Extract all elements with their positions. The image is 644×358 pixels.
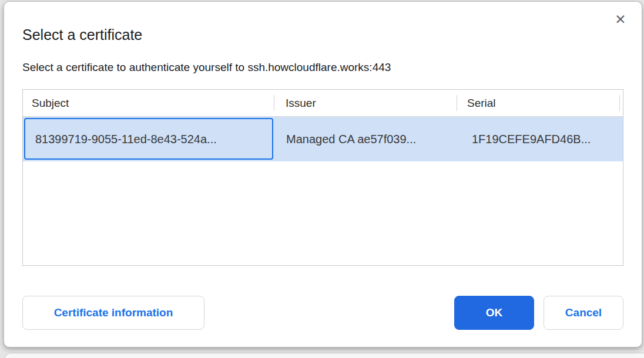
close-icon[interactable]: ✕: [612, 11, 629, 28]
column-header-serial: Serial: [457, 90, 620, 116]
ok-cancel-group: OK Cancel: [454, 296, 623, 330]
cancel-button[interactable]: Cancel: [544, 296, 623, 330]
dialog-button-bar: Certificate information OK Cancel: [22, 296, 623, 330]
table-row-selected[interactable]: 81399719-9055-11ed-8e43-524a... Managed …: [23, 117, 623, 161]
cell-serial: 1F19CEFE9AFD46B...: [457, 133, 620, 146]
column-header-issuer: Issuer: [274, 90, 457, 116]
background-window-edge: [4, 353, 644, 358]
cell-subject: 81399719-9055-11ed-8e43-524a...: [23, 133, 274, 146]
dialog-title: Select a certificate: [22, 26, 142, 43]
table-header-row: Subject Issuer Serial: [23, 90, 623, 117]
certificate-information-button[interactable]: Certificate information: [22, 296, 204, 330]
cell-issuer: Managed CA ae57f039...: [274, 133, 457, 146]
certificate-table: Subject Issuer Serial 81399719-9055-11ed…: [22, 89, 623, 266]
certificate-dialog: ✕ Select a certificate Select a certific…: [4, 1, 642, 347]
ok-button[interactable]: OK: [454, 296, 534, 330]
column-header-subject: Subject: [23, 90, 274, 116]
dialog-subtitle: Select a certificate to authenticate you…: [22, 61, 391, 74]
